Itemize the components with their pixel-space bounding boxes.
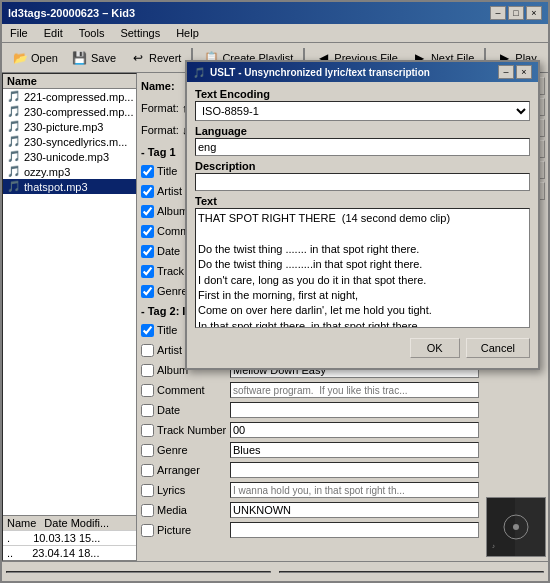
uslt-dialog: 🎵 USLT - Unsynchronized lyric/text trans… [185, 60, 540, 370]
text-encoding-section: Text Encoding ISO-8859-1 [195, 88, 530, 121]
description-label: Description [195, 160, 530, 172]
language-input[interactable] [195, 138, 530, 156]
dialog-content: Text Encoding ISO-8859-1 Language Descri… [187, 82, 538, 368]
dialog-overlay: 🎵 USLT - Unsynchronized lyric/text trans… [0, 0, 550, 583]
dialog-title: 🎵 USLT - Unsynchronized lyric/text trans… [193, 67, 430, 78]
text-section: Text [195, 195, 530, 330]
dialog-buttons: OK Cancel [195, 338, 530, 362]
ok-button[interactable]: OK [410, 338, 460, 358]
dialog-close-button[interactable]: × [516, 65, 532, 79]
dialog-minimize-button[interactable]: – [498, 65, 514, 79]
language-label: Language [195, 125, 530, 137]
dialog-controls: – × [498, 65, 532, 79]
description-section: Description [195, 160, 530, 191]
dialog-icon: 🎵 [193, 67, 205, 78]
text-encoding-select[interactable]: ISO-8859-1 [195, 101, 530, 121]
description-input[interactable] [195, 173, 530, 191]
text-textarea[interactable] [195, 208, 530, 328]
text-label: Text [195, 195, 530, 207]
text-encoding-label: Text Encoding [195, 88, 530, 100]
language-section: Language [195, 125, 530, 156]
cancel-button[interactable]: Cancel [466, 338, 530, 358]
dialog-title-bar: 🎵 USLT - Unsynchronized lyric/text trans… [187, 62, 538, 82]
